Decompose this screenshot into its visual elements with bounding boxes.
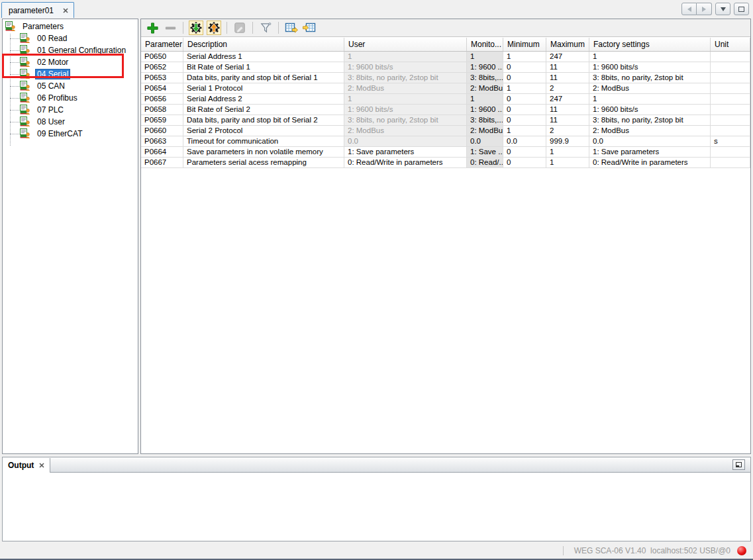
tab-scroll-left-button[interactable] [681,3,697,15]
cell-user: 3: 8bits, no parity, 2stop bit [344,115,467,125]
table-toolbar [141,19,750,37]
table-row[interactable]: P0664Save parameters in non volatile mem… [141,147,750,158]
table-row[interactable]: P0660Serial 2 Protocol2: ModBus2: ModBus… [141,126,750,136]
cell-monitor: 1: 9600 ... [467,62,503,72]
table-row[interactable]: P0652Bit Rate of Serial 11: 9600 bits/s1… [141,62,750,73]
device-icon [5,21,16,32]
tree-item-label: 02 Motor [35,57,70,68]
cell-monitor: 1 [467,52,503,62]
column-header-factory[interactable]: Factory settings [589,38,711,51]
cell-maximum: 247 [546,52,589,62]
tab-list-dropdown-button[interactable] [715,3,730,15]
output-close-icon[interactable] [39,463,44,468]
tree-item-05-can[interactable]: 05 CAN [3,80,138,92]
cell-user[interactable]: 1: Save parameters [344,147,467,157]
cell-unit [711,126,750,136]
cell-monitor: 3: 8bits,... [467,73,503,83]
tab-parameter01[interactable]: parameter01 [1,2,74,18]
cell-parameter: P0660 [141,126,183,136]
tree-item-label: 00 Read [35,33,69,44]
column-header-maximum[interactable]: Maximum [546,38,589,51]
output-tab-label: Output [8,461,34,470]
tree-item-label: 08 User [35,117,67,127]
minimize-icon [736,462,742,467]
output-minimize-button[interactable] [732,459,745,470]
table-row[interactable]: P0667Parameters serial acess remapping0:… [141,158,750,168]
cell-description: Save parameters in non volatile memory [183,147,344,157]
pencil-icon [234,22,246,34]
cell-factory: 1: Save parameters [589,147,711,157]
tree-item-label: 05 CAN [35,81,67,91]
tab-close-icon[interactable] [63,8,68,13]
tree-item-09-ethercat[interactable]: 09 EtherCAT [3,128,138,140]
remove-parameter-button[interactable] [163,21,177,35]
column-header-monitor[interactable]: Monito... [467,38,503,51]
status-separator [563,546,564,555]
column-header-minimum[interactable]: Minimum [503,38,546,51]
output-tab[interactable]: Output [3,458,50,473]
table-row[interactable]: P0663Timeout for communication0.00.00.09… [141,136,750,147]
cell-minimum: 1 [503,126,546,136]
cell-factory: 2: ModBus [589,83,711,93]
device-icon [20,45,30,56]
tree-item-04-serial[interactable]: 04 Serial [3,68,138,80]
table-row[interactable]: P0656Serial Address 21102471 [141,94,750,105]
column-header-unit[interactable]: Unit [711,38,750,51]
output-content [2,472,751,541]
tree-item-02-motor[interactable]: 02 Motor [3,56,138,68]
tree-item-01-general-configuration[interactable]: 01 General Configuration [3,44,138,56]
parameter-table-panel: ParameterDescriptionUserMonito...Minimum… [140,19,751,454]
cell-user: 0.0 [344,136,467,146]
cell-user[interactable]: 0: Read/Write in parameters [344,158,467,167]
cell-factory: 1 [589,94,711,104]
cell-unit [711,52,750,62]
table-row[interactable]: P0653Data bits, parity and stop bit of S… [141,73,750,83]
tree-item-08-user[interactable]: 08 User [3,116,138,128]
cell-unit [711,105,750,115]
column-header-description[interactable]: Description [183,38,344,51]
cell-minimum: 1 [503,83,546,93]
edit-parameter-button[interactable] [232,21,247,35]
tree-item-00-read[interactable]: 00 Read [3,32,138,44]
table-row[interactable]: P0654Serial 1 Protocol2: ModBus2: ModBus… [141,83,750,94]
cell-monitor: 2: ModBus [467,126,503,136]
filter-button[interactable] [258,21,273,35]
tree-item-label: 09 EtherCAT [35,128,84,139]
arrow-right-icon [702,7,706,12]
import-table-button[interactable] [302,21,317,35]
device-icon [20,81,30,91]
plus-icon [146,22,159,34]
cell-parameter: P0654 [141,83,183,93]
tab-scroll-right-button[interactable] [697,3,712,15]
cell-parameter: P0664 [141,147,183,157]
export-table-button[interactable] [284,21,299,35]
cell-maximum: 11 [546,62,589,72]
toolbar-separator [226,22,227,34]
cell-minimum: 0 [503,62,546,72]
cell-user: 1: 9600 bits/s [344,62,467,72]
table-row[interactable]: P0659Data bits, parity and stop bit of S… [141,115,750,126]
table-row[interactable]: P0658Bit Rate of Serial 21: 9600 bits/s1… [141,105,750,115]
tree-root-parameters[interactable]: Parameters [3,21,138,32]
column-header-user[interactable]: User [344,38,467,51]
cell-factory: 1 [589,52,711,62]
toolbar-separator [252,22,253,34]
cell-monitor: 3: 8bits,... [467,115,503,125]
column-header-parameter[interactable]: Parameter [141,38,183,51]
maximize-button[interactable] [734,3,749,15]
device-icon [20,93,30,103]
table-row[interactable]: P0650Serial Address 11112471 [141,52,750,62]
cell-monitor: 0.0 [467,136,503,146]
gear-upload-icon [207,21,221,34]
cell-parameter: P0650 [141,52,183,62]
add-parameter-button[interactable] [145,21,160,35]
cell-description: Serial Address 2 [183,94,344,104]
cell-unit [711,83,750,93]
write-to-device-button[interactable] [207,21,221,35]
cell-maximum: 11 [546,73,589,83]
gear-download-icon [189,21,203,34]
read-from-device-button[interactable] [189,21,203,35]
tree-item-07-plc[interactable]: 07 PLC [3,104,138,116]
tree-item-06-profibus[interactable]: 06 Profibus [3,92,138,104]
cell-maximum: 2 [546,83,589,93]
